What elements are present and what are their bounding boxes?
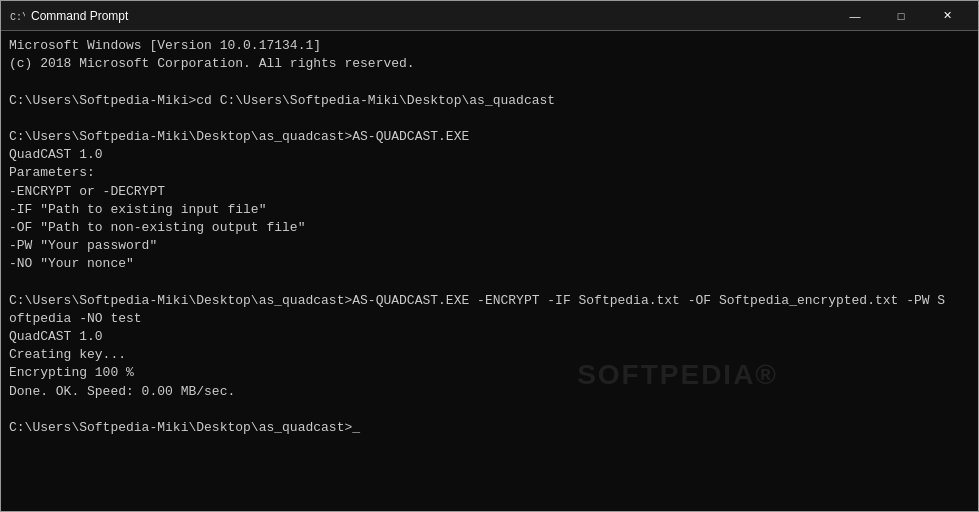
window-title: Command Prompt: [31, 9, 832, 23]
svg-text:C:\: C:\: [10, 12, 25, 23]
maximize-button[interactable]: □: [878, 1, 924, 31]
console-output[interactable]: Microsoft Windows [Version 10.0.17134.1]…: [1, 31, 978, 443]
title-bar: C:\ Command Prompt — □ ✕: [1, 1, 978, 31]
minimize-button[interactable]: —: [832, 1, 878, 31]
window-controls: — □ ✕: [832, 1, 970, 31]
close-button[interactable]: ✕: [924, 1, 970, 31]
console-wrapper: Microsoft Windows [Version 10.0.17134.1]…: [1, 31, 978, 511]
cmd-window: C:\ Command Prompt — □ ✕ Microsoft Windo…: [0, 0, 979, 512]
cmd-icon: C:\: [9, 8, 25, 24]
